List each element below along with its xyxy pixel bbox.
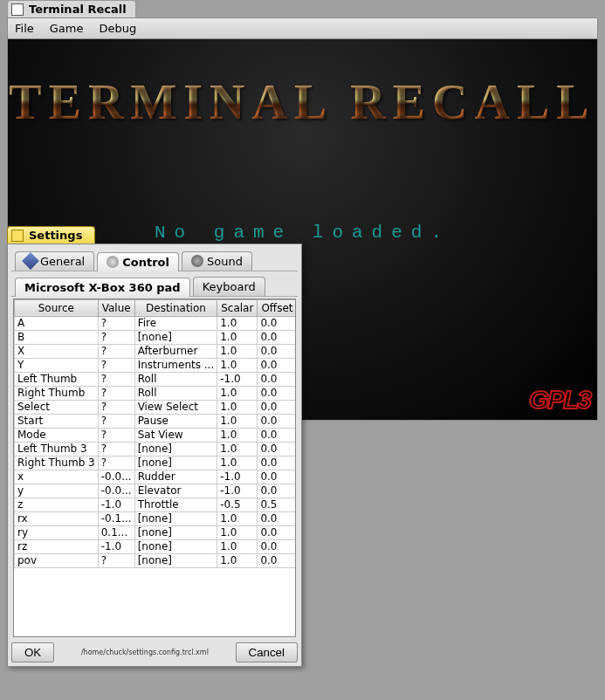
col-value[interactable]: Value [98, 299, 134, 316]
cell-source[interactable]: Left Thumb [15, 372, 99, 386]
cell-offset[interactable]: 0.0 [258, 372, 296, 386]
cell-offset[interactable]: 0.0 [258, 539, 296, 553]
tab-sound[interactable]: Sound [182, 251, 252, 271]
cell-destination[interactable]: [none] [134, 330, 217, 344]
menu-file[interactable]: File [15, 22, 34, 35]
table-row[interactable]: B?[none]1.00.0 [15, 330, 297, 344]
cell-scalar[interactable]: 1.0 [217, 442, 258, 456]
cell-offset[interactable]: 0.0 [258, 330, 296, 344]
col-destination[interactable]: Destination [134, 299, 217, 316]
cell-offset[interactable]: 0.0 [258, 400, 296, 414]
cell-value[interactable]: -0.0... [98, 470, 134, 484]
table-row[interactable]: Start?Pause1.00.0 [15, 414, 297, 428]
sub-tab-xbox[interactable]: Microsoft X-Box 360 pad [15, 278, 190, 297]
cell-value[interactable]: -1.0 [98, 539, 134, 553]
cell-offset[interactable]: 0.0 [258, 456, 296, 470]
cell-scalar[interactable]: 1.0 [217, 386, 258, 400]
cell-offset[interactable]: 0.0 [258, 428, 296, 442]
cell-scalar[interactable]: 1.0 [217, 553, 258, 567]
cell-destination[interactable]: Instruments ... [134, 358, 217, 372]
cell-source[interactable]: pov [15, 553, 99, 567]
cell-value[interactable]: ? [98, 414, 134, 428]
cell-destination[interactable]: [none] [134, 456, 217, 470]
cell-scalar[interactable]: -1.0 [217, 470, 258, 484]
menu-game[interactable]: Game [50, 22, 84, 35]
cell-source[interactable]: y [15, 484, 99, 498]
cell-value[interactable]: 0.1... [98, 525, 134, 539]
cell-value[interactable]: ? [98, 428, 134, 442]
cell-offset[interactable]: 0.0 [258, 358, 296, 372]
cell-offset[interactable]: 0.0 [258, 470, 296, 484]
cell-source[interactable]: Left Thumb 3 [15, 442, 99, 456]
cell-scalar[interactable]: 1.0 [217, 511, 258, 525]
cell-offset[interactable]: 0.5 [258, 498, 296, 511]
cell-destination[interactable]: Sat View [134, 428, 217, 442]
cell-destination[interactable]: Rudder [134, 470, 217, 484]
cell-offset[interactable]: 0.0 [258, 484, 296, 498]
table-row[interactable]: Y?Instruments ...1.00.0 [15, 358, 297, 372]
cell-scalar[interactable]: 1.0 [217, 316, 258, 330]
cell-destination[interactable]: Pause [134, 414, 217, 428]
cell-source[interactable]: A [15, 316, 99, 330]
cell-value[interactable]: -0.1... [98, 511, 134, 525]
table-row[interactable]: A?Fire1.00.0 [15, 316, 297, 330]
cell-scalar[interactable]: -0.5 [217, 498, 258, 511]
table-row[interactable]: Right Thumb?Roll1.00.0 [15, 386, 297, 400]
cell-source[interactable]: rx [15, 511, 99, 525]
col-source[interactable]: Source [15, 299, 99, 316]
cell-scalar[interactable]: 1.0 [217, 400, 258, 414]
table-row[interactable]: z-1.0Throttle-0.50.5 [15, 498, 297, 511]
cell-source[interactable]: Y [15, 358, 99, 372]
cell-source[interactable]: B [15, 330, 99, 344]
cell-source[interactable]: z [15, 498, 99, 511]
cell-offset[interactable]: 0.0 [258, 525, 296, 539]
cell-destination[interactable]: Fire [134, 316, 217, 330]
cell-source[interactable]: Start [15, 414, 99, 428]
tab-general[interactable]: General [15, 251, 94, 271]
cell-destination[interactable]: Roll [134, 372, 217, 386]
table-row[interactable]: Left Thumb 3?[none]1.00.0 [15, 442, 297, 456]
ok-button[interactable]: OK [11, 642, 54, 662]
cell-offset[interactable]: 0.0 [258, 386, 296, 400]
cell-value[interactable]: -0.0... [98, 484, 134, 498]
cell-value[interactable]: ? [98, 344, 134, 358]
main-title-tab[interactable]: Terminal Recall [7, 0, 136, 17]
cell-source[interactable]: Right Thumb [15, 386, 99, 400]
cell-value[interactable]: ? [98, 316, 134, 330]
cell-scalar[interactable]: 1.0 [217, 358, 258, 372]
cell-offset[interactable]: 0.0 [258, 553, 296, 567]
table-row[interactable]: ry0.1...[none]1.00.0 [15, 525, 297, 539]
cell-source[interactable]: Mode [15, 428, 99, 442]
cell-offset[interactable]: 0.0 [258, 316, 296, 330]
table-row[interactable]: X?Afterburner1.00.0 [15, 344, 297, 358]
table-row[interactable]: Left Thumb?Roll-1.00.0 [15, 372, 297, 386]
table-row[interactable]: pov?[none]1.00.0 [15, 553, 297, 567]
cell-value[interactable]: ? [98, 456, 134, 470]
col-offset[interactable]: Offset [258, 299, 296, 316]
cell-destination[interactable]: Afterburner [134, 344, 217, 358]
cell-value[interactable]: ? [98, 372, 134, 386]
cell-value[interactable]: ? [98, 400, 134, 414]
cell-scalar[interactable]: 1.0 [217, 525, 258, 539]
cell-scalar[interactable]: 1.0 [217, 428, 258, 442]
cell-source[interactable]: rz [15, 539, 99, 553]
cell-destination[interactable]: [none] [134, 442, 217, 456]
cell-scalar[interactable]: -1.0 [217, 484, 258, 498]
cell-source[interactable]: X [15, 344, 99, 358]
table-row[interactable]: Select?View Select1.00.0 [15, 400, 297, 414]
table-row[interactable]: Mode?Sat View1.00.0 [15, 428, 297, 442]
cell-destination[interactable]: Elevator [134, 484, 217, 498]
cell-scalar[interactable]: 1.0 [217, 414, 258, 428]
sub-tab-keyboard[interactable]: Keyboard [193, 277, 265, 296]
cell-scalar[interactable]: -1.0 [217, 372, 258, 386]
cell-destination[interactable]: View Select [134, 400, 217, 414]
cell-destination[interactable]: [none] [134, 539, 217, 553]
cell-scalar[interactable]: 1.0 [217, 330, 258, 344]
cell-value[interactable]: ? [98, 386, 134, 400]
cell-scalar[interactable]: 1.0 [217, 539, 258, 553]
cell-source[interactable]: x [15, 470, 99, 484]
cell-source[interactable]: ry [15, 525, 99, 539]
cell-destination[interactable]: Roll [134, 386, 217, 400]
table-row[interactable]: rz-1.0[none]1.00.0 [15, 539, 297, 553]
cancel-button[interactable]: Cancel [236, 642, 299, 662]
